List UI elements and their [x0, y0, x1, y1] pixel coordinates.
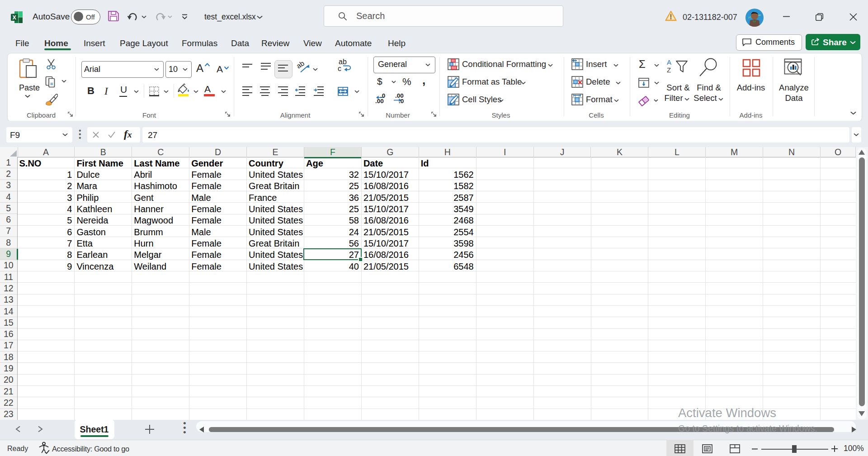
- svg-text:un: un: [758, 14, 761, 16]
- svg-text:Z: Z: [667, 66, 671, 74]
- svg-text:X: X: [13, 14, 17, 21]
- svg-text:A: A: [667, 58, 671, 66]
